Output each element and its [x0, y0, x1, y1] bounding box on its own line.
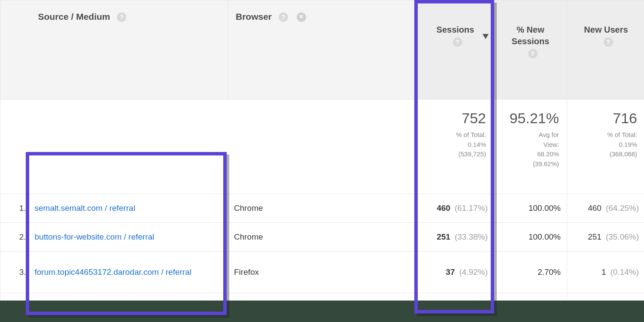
pct-new-cell: 2.70%: [494, 252, 567, 293]
browser-cell: Chrome: [228, 223, 417, 252]
new-users-cell: 460(64.25%): [567, 194, 644, 223]
totals-sessions-value: 752: [417, 110, 486, 127]
totals-sessions: 752 % of Total: 0.14% (539,725): [417, 100, 494, 194]
header-sessions-label: Sessions: [437, 25, 474, 34]
browser-cell: Chrome: [228, 194, 417, 223]
row-index: 3.: [0, 252, 30, 293]
header-index: [0, 0, 30, 100]
header-source-medium[interactable]: Source / Medium ?: [30, 0, 228, 100]
table-row: 2. buttons-for-website.com / referral Ch…: [0, 223, 644, 252]
column-header-row: Source / Medium ? Browser ? × Sessions ?…: [0, 0, 644, 100]
table-row: 3. forum.topic44653172.darodar.com / ref…: [0, 252, 644, 293]
totals-row: 752 % of Total: 0.14% (539,725) 95.21% A…: [0, 100, 644, 194]
new-users-cell: 251(35.06%): [567, 223, 644, 252]
analytics-table: Source / Medium ? Browser ? × Sessions ?…: [0, 0, 644, 322]
header-browser-label: Browser: [236, 12, 272, 21]
row-index: 2.: [0, 223, 30, 252]
header-pct-new-label: % New Sessions: [512, 25, 550, 46]
header-browser[interactable]: Browser ? ×: [228, 0, 417, 100]
pct-new-cell: 100.00%: [494, 194, 567, 223]
browser-cell: Firefox: [228, 252, 417, 293]
source-link[interactable]: semalt.semalt.com / referral: [35, 204, 135, 213]
table-row: 1. semalt.semalt.com / referral Chrome 4…: [0, 194, 644, 223]
remove-dimension-icon[interactable]: ×: [297, 12, 306, 22]
help-icon[interactable]: ?: [117, 12, 126, 22]
totals-blank: [0, 100, 30, 194]
sessions-cell: 251(33.38%): [417, 223, 494, 252]
totals-new-users-value: 716: [567, 110, 637, 127]
sort-desc-icon: [483, 34, 489, 39]
footer-band: [0, 301, 644, 322]
help-icon[interactable]: ?: [528, 49, 538, 58]
help-icon[interactable]: ?: [279, 12, 288, 22]
source-link[interactable]: buttons-for-website.com / referral: [35, 232, 155, 241]
pct-new-cell: 100.00%: [494, 223, 567, 252]
header-source-medium-label: Source / Medium: [38, 12, 110, 21]
sessions-cell: 460(61.17%): [417, 194, 494, 223]
header-new-users-label: New Users: [584, 25, 628, 34]
source-link[interactable]: forum.topic44653172.darodar.com / referr…: [35, 267, 191, 276]
totals-new-users: 716 % of Total: 0.19% (368,068): [567, 100, 644, 194]
new-users-cell: 1(0.14%): [567, 252, 644, 293]
totals-blank: [30, 100, 417, 194]
totals-pct-new: 95.21% Avg for View: 68.20% (39.62%): [494, 100, 567, 194]
header-pct-new-sessions[interactable]: % New Sessions ?: [494, 0, 567, 100]
header-sessions[interactable]: Sessions ?: [417, 0, 494, 100]
help-icon[interactable]: ?: [453, 37, 462, 47]
header-new-users[interactable]: New Users ?: [567, 0, 644, 100]
row-index: 1.: [0, 194, 30, 223]
help-icon[interactable]: ?: [604, 37, 613, 47]
sessions-cell: 37(4.92%): [417, 252, 494, 293]
totals-pct-new-value: 95.21%: [494, 110, 559, 127]
